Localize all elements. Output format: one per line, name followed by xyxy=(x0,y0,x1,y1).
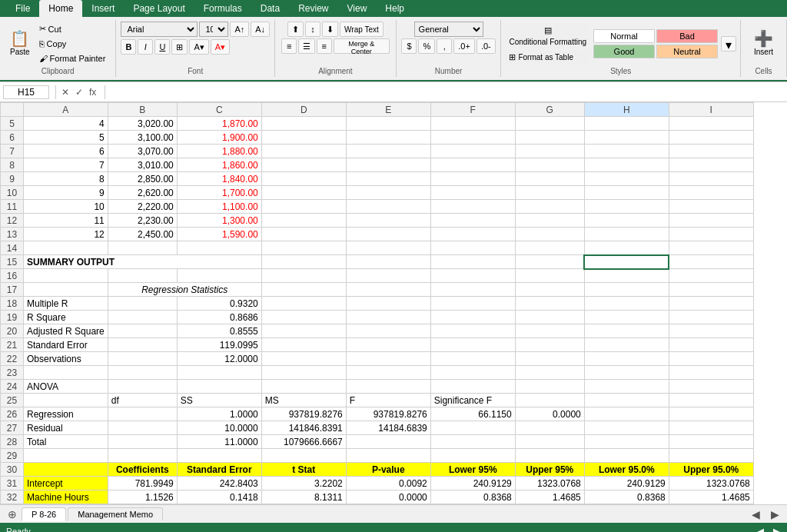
cell-C28[interactable]: 11.0000 xyxy=(177,435,261,449)
cell-B10[interactable]: 2,620.00 xyxy=(108,186,177,200)
cell-E20[interactable] xyxy=(346,324,430,338)
insert-btn[interactable]: ➕ Insert xyxy=(750,24,777,64)
cell-F28[interactable] xyxy=(430,435,515,449)
cell-A17[interactable] xyxy=(24,283,108,297)
cell-G28[interactable] xyxy=(515,435,584,449)
cell-G31[interactable]: 1323.0768 xyxy=(515,477,584,490)
cell-G5[interactable] xyxy=(515,117,584,131)
cell-D10[interactable] xyxy=(261,186,346,200)
cell-A25[interactable] xyxy=(24,394,108,407)
tab-insert[interactable]: Insert xyxy=(82,0,124,17)
cell-C31[interactable]: 242.8403 xyxy=(177,477,261,490)
cell-B11[interactable]: 2,220.00 xyxy=(108,200,177,214)
cell-I19[interactable] xyxy=(669,311,753,324)
cell-E28[interactable] xyxy=(346,435,430,449)
cell-E26[interactable]: 937819.8276 xyxy=(346,407,430,421)
cell-D32[interactable]: 8.1311 xyxy=(261,490,346,504)
cell-A27[interactable]: Residual xyxy=(24,421,108,435)
cell-E27[interactable]: 14184.6839 xyxy=(346,421,430,435)
decrease-font-btn[interactable]: A↓ xyxy=(251,22,270,37)
cell-I10[interactable] xyxy=(669,186,753,200)
tab-data[interactable]: Data xyxy=(251,0,289,17)
cell-H5[interactable] xyxy=(584,117,669,131)
cell-B24[interactable] xyxy=(108,380,177,394)
cell-H27[interactable] xyxy=(584,421,669,435)
cell-G11[interactable] xyxy=(515,200,584,214)
cell-E14[interactable] xyxy=(346,241,430,255)
cell-D21[interactable] xyxy=(261,338,346,352)
cell-G13[interactable] xyxy=(515,228,584,241)
cell-H28[interactable] xyxy=(584,435,669,449)
cell-E23[interactable] xyxy=(346,366,430,380)
cell-D17[interactable] xyxy=(261,283,346,297)
cell-F19[interactable] xyxy=(430,311,515,324)
cell-C7[interactable]: 1,880.00 xyxy=(177,145,261,158)
cell-H22[interactable] xyxy=(584,352,669,366)
cell-D31[interactable]: 3.2202 xyxy=(261,477,346,490)
cell-H32[interactable]: 0.8368 xyxy=(584,490,669,504)
scroll-left-btn[interactable]: ◀ xyxy=(756,526,764,533)
cell-B28[interactable] xyxy=(108,435,177,449)
cell-A32[interactable]: Machine Hours xyxy=(24,490,108,504)
cell-D6[interactable] xyxy=(261,131,346,145)
cell-E25[interactable]: F xyxy=(346,394,430,407)
number-format-select[interactable]: General xyxy=(414,22,483,37)
col-header-h[interactable]: H xyxy=(584,103,669,117)
cell-B17[interactable]: Regression Statistics xyxy=(108,283,261,297)
cell-B29[interactable] xyxy=(108,449,177,463)
sheet-tab-management-memo[interactable]: Management Memo xyxy=(68,507,163,520)
sheet-grid-wrapper[interactable]: A B C D E F G H I 543,020.001,870.00653,… xyxy=(0,102,787,504)
cell-F9[interactable] xyxy=(430,172,515,186)
cell-E5[interactable] xyxy=(346,117,430,131)
cell-G16[interactable] xyxy=(515,269,584,283)
cell-A8[interactable]: 7 xyxy=(24,158,108,172)
cell-H26[interactable] xyxy=(584,407,669,421)
cell-I23[interactable] xyxy=(669,366,753,380)
cell-H11[interactable] xyxy=(584,200,669,214)
cell-D16[interactable] xyxy=(261,269,346,283)
cell-F21[interactable] xyxy=(430,338,515,352)
cell-C23[interactable] xyxy=(177,366,261,380)
cell-G25[interactable] xyxy=(515,394,584,407)
bold-button[interactable]: B xyxy=(121,39,136,55)
cell-A28[interactable]: Total xyxy=(24,435,108,449)
cell-H24[interactable] xyxy=(584,380,669,394)
wrap-text-btn[interactable]: Wrap Text xyxy=(340,22,384,37)
cell-I12[interactable] xyxy=(669,214,753,228)
cell-G30[interactable]: Upper 95% xyxy=(515,463,584,477)
cell-B8[interactable]: 3,010.00 xyxy=(108,158,177,172)
cell-G18[interactable] xyxy=(515,297,584,311)
cell-H31[interactable]: 240.9129 xyxy=(584,477,669,490)
cell-I5[interactable] xyxy=(669,117,753,131)
cell-H7[interactable] xyxy=(584,145,669,158)
col-header-c[interactable]: C xyxy=(177,103,261,117)
tab-view[interactable]: View xyxy=(338,0,377,17)
cell-C10[interactable]: 1,700.00 xyxy=(177,186,261,200)
cell-D24[interactable] xyxy=(261,380,346,394)
cell-F26[interactable]: 66.1150 xyxy=(430,407,515,421)
cell-H18[interactable] xyxy=(584,297,669,311)
font-name-select[interactable]: Arial xyxy=(121,22,198,37)
cell-A10[interactable]: 9 xyxy=(24,186,108,200)
cell-D8[interactable] xyxy=(261,158,346,172)
format-painter-button[interactable]: 🖌 Format Painter xyxy=(35,52,110,65)
cell-D27[interactable]: 141846.8391 xyxy=(261,421,346,435)
cell-E12[interactable] xyxy=(346,214,430,228)
cell-F13[interactable] xyxy=(430,228,515,241)
cell-E31[interactable]: 0.0092 xyxy=(346,477,430,490)
cell-G29[interactable] xyxy=(515,449,584,463)
cell-E7[interactable] xyxy=(346,145,430,158)
cell-I6[interactable] xyxy=(669,131,753,145)
comma-btn[interactable]: , xyxy=(437,38,452,54)
format-as-table-btn[interactable]: ⊞ Format as Table xyxy=(505,50,590,65)
cell-D13[interactable] xyxy=(261,228,346,241)
cell-I7[interactable] xyxy=(669,145,753,158)
cell-H10[interactable] xyxy=(584,186,669,200)
cell-F29[interactable] xyxy=(430,449,515,463)
cell-H6[interactable] xyxy=(584,131,669,145)
cell-I30[interactable]: Upper 95.0% xyxy=(669,463,753,477)
font-size-select[interactable]: 10 xyxy=(199,22,228,37)
cell-A16[interactable] xyxy=(24,269,108,283)
cell-C25[interactable]: SS xyxy=(177,394,261,407)
cell-D14[interactable] xyxy=(261,241,346,255)
